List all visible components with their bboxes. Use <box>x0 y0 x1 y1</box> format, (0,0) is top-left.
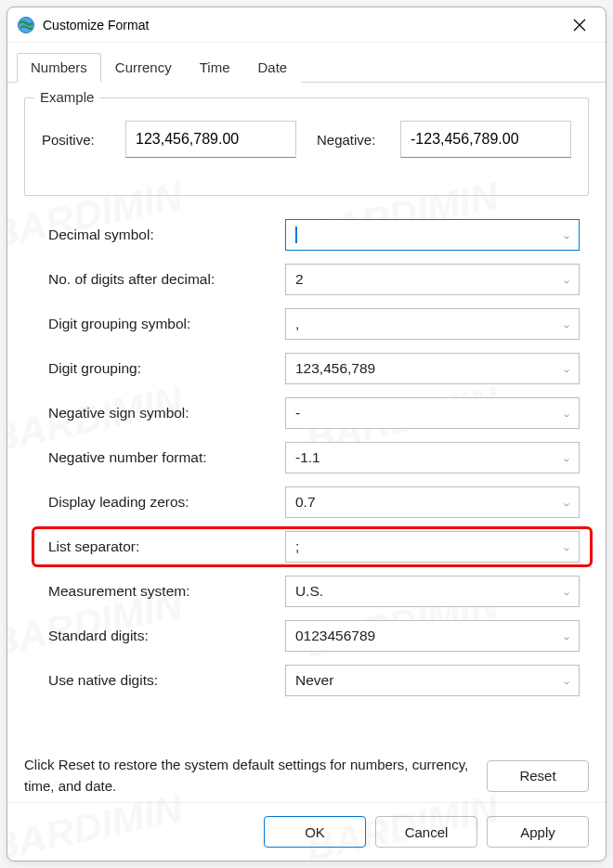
row-list-separator: List separator: ; ⌵ <box>48 525 580 569</box>
negative-example: -123,456,789.00 <box>400 121 571 158</box>
row-display-leading-zeros: Display leading zeros: 0.7 ⌵ <box>48 480 580 525</box>
customize-format-dialog: BARDIMIN BARDIMIN BARDIMIN BARDIMIN BARD… <box>7 6 606 862</box>
combo-digit-grouping-symbol[interactable]: , ⌵ <box>285 308 580 340</box>
chevron-down-icon: ⌵ <box>564 587 569 597</box>
row-standard-digits: Standard digits: 0123456789 ⌵ <box>48 614 580 658</box>
positive-label: Positive: <box>42 132 116 148</box>
negative-label: Negative: <box>317 132 391 148</box>
combo-list-separator[interactable]: ; ⌵ <box>285 531 580 563</box>
label-display-leading-zeros: Display leading zeros: <box>48 494 285 511</box>
tab-content: Example Positive: 123,456,789.00 Negativ… <box>7 83 606 749</box>
combo-negative-sign-symbol[interactable]: - ⌵ <box>285 397 580 429</box>
chevron-down-icon: ⌵ <box>564 676 569 686</box>
tab-numbers[interactable]: Numbers <box>17 53 101 83</box>
cancel-button[interactable]: Cancel <box>375 816 477 848</box>
label-decimal-symbol: Decimal symbol: <box>48 227 285 243</box>
close-button[interactable] <box>561 10 598 40</box>
combo-negative-number-format[interactable]: -1.1 ⌵ <box>285 442 580 473</box>
row-measurement-system: Measurement system: U.S. ⌵ <box>48 569 580 614</box>
chevron-down-icon: ⌵ <box>564 498 569 508</box>
row-use-native-digits: Use native digits: Never ⌵ <box>48 658 580 703</box>
label-digit-grouping-symbol: Digit grouping symbol: <box>48 316 285 332</box>
combo-display-leading-zeros[interactable]: 0.7 ⌵ <box>285 486 580 518</box>
positive-example: 123,456,789.00 <box>125 121 296 158</box>
chevron-down-icon: ⌵ <box>564 453 569 463</box>
reset-row: Click Reset to restore the system defaul… <box>7 749 606 802</box>
window-title: Customize Format <box>43 18 561 32</box>
reset-description: Click Reset to restore the system defaul… <box>24 755 476 797</box>
globe-icon <box>17 16 35 34</box>
combo-digit-grouping[interactable]: 123,456,789 ⌵ <box>285 353 580 384</box>
label-measurement-system: Measurement system: <box>48 583 285 600</box>
chevron-down-icon: ⌵ <box>564 319 569 330</box>
combo-digits-after-decimal[interactable]: 2 ⌵ <box>285 264 580 295</box>
close-icon <box>573 19 586 32</box>
label-negative-number-format: Negative number format: <box>48 449 285 466</box>
example-group: Example Positive: 123,456,789.00 Negativ… <box>24 97 589 196</box>
combo-decimal-symbol[interactable]: ⌵ <box>285 219 580 251</box>
chevron-down-icon: ⌵ <box>564 631 569 641</box>
chevron-down-icon: ⌵ <box>564 364 569 374</box>
label-negative-sign-symbol: Negative sign symbol: <box>48 405 285 421</box>
row-digit-grouping: Digit grouping: 123,456,789 ⌵ <box>48 346 580 391</box>
tab-date[interactable]: Date <box>244 53 302 83</box>
row-negative-sign-symbol: Negative sign symbol: - ⌵ <box>48 391 580 435</box>
combo-use-native-digits[interactable]: Never ⌵ <box>285 665 580 696</box>
row-negative-number-format: Negative number format: -1.1 ⌵ <box>48 435 580 480</box>
row-digit-grouping-symbol: Digit grouping symbol: , ⌵ <box>48 302 580 346</box>
label-standard-digits: Standard digits: <box>48 628 285 644</box>
chevron-down-icon: ⌵ <box>564 230 569 240</box>
label-use-native-digits: Use native digits: <box>48 672 285 689</box>
label-digit-grouping: Digit grouping: <box>48 360 285 377</box>
label-list-separator: List separator: <box>48 538 285 555</box>
example-group-label: Example <box>34 89 99 105</box>
ok-button[interactable]: OK <box>264 816 366 848</box>
row-digits-after-decimal: No. of digits after decimal: 2 ⌵ <box>48 257 580 302</box>
reset-button[interactable]: Reset <box>487 760 589 792</box>
chevron-down-icon: ⌵ <box>564 408 569 419</box>
label-digits-after-decimal: No. of digits after decimal: <box>48 271 285 288</box>
combo-standard-digits[interactable]: 0123456789 ⌵ <box>285 620 580 652</box>
tab-time[interactable]: Time <box>186 53 244 83</box>
settings-form: Decimal symbol: ⌵ No. of digits after de… <box>24 213 589 703</box>
row-decimal-symbol: Decimal symbol: ⌵ <box>48 213 580 257</box>
combo-measurement-system[interactable]: U.S. ⌵ <box>285 576 580 607</box>
titlebar: Customize Format <box>7 7 606 43</box>
apply-button[interactable]: Apply <box>487 816 589 848</box>
dialog-footer: OK Cancel Apply <box>7 802 606 861</box>
chevron-down-icon: ⌵ <box>564 275 569 285</box>
tab-strip: Numbers Currency Time Date <box>7 43 606 83</box>
chevron-down-icon: ⌵ <box>564 542 569 552</box>
tab-currency[interactable]: Currency <box>101 53 186 83</box>
